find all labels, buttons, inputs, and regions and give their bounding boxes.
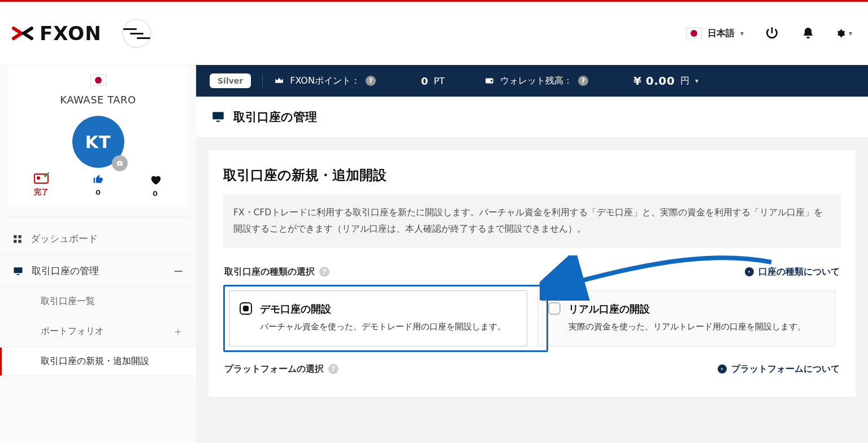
stat-likes-count: 0 bbox=[96, 188, 101, 197]
bell-icon[interactable] bbox=[800, 25, 816, 41]
points-value-block: 0 PT bbox=[421, 75, 445, 87]
option-demo-account[interactable]: デモ口座の開設 バーチャル資金を使った、デモトレード用の口座を開設します。 bbox=[229, 290, 527, 346]
svg-rect-3 bbox=[14, 240, 16, 242]
expand-icon: ＋ bbox=[172, 324, 184, 339]
sidebar-sub-label: ポートフォリオ bbox=[41, 325, 104, 337]
chevron-down-icon: ▾ bbox=[740, 29, 744, 37]
section-title: 取引口座の新規・追加開設 bbox=[223, 166, 841, 184]
about-platform-link[interactable]: プラットフォームについて bbox=[718, 363, 840, 375]
help-icon[interactable]: ? bbox=[319, 267, 329, 277]
svg-point-0 bbox=[119, 163, 121, 165]
sidebar-sub-account-list[interactable]: 取引口座一覧 bbox=[0, 288, 196, 316]
svg-rect-8 bbox=[491, 80, 492, 82]
camera-icon[interactable] bbox=[112, 155, 128, 171]
radio-selected-icon bbox=[240, 302, 252, 315]
svg-rect-2 bbox=[19, 235, 21, 238]
flag-jp-icon bbox=[686, 28, 702, 39]
stat-favs-count: 0 bbox=[153, 189, 158, 198]
sidebar-sub-label: 取引口座一覧 bbox=[41, 296, 95, 307]
sidebar-sub-label: 取引口座の新規・追加開設 bbox=[41, 355, 149, 367]
help-icon[interactable]: ? bbox=[366, 76, 376, 86]
svg-rect-6 bbox=[17, 274, 20, 275]
svg-rect-1 bbox=[14, 235, 16, 238]
monitor-icon bbox=[211, 110, 225, 124]
help-icon[interactable]: ? bbox=[328, 364, 338, 374]
option-desc: 実際の資金を使った、リアルトレード用の口座を開設します。 bbox=[568, 319, 806, 335]
wallet-label-block: ウォレット残高： ? bbox=[484, 75, 588, 87]
type-highlight-annotation: デモ口座の開設 バーチャル資金を使った、デモトレード用の口座を開設します。 リア… bbox=[223, 285, 841, 352]
thumbs-up-icon bbox=[93, 173, 104, 185]
page-title: 取引口座の管理 bbox=[233, 109, 317, 125]
points-unit: PT bbox=[433, 76, 444, 86]
option-desc: バーチャル資金を使った、デモトレード用の口座を開設します。 bbox=[260, 319, 506, 335]
option-real-account[interactable]: リアル口座の開設 実際の資金を使った、リアルトレード用の口座を開設します。 bbox=[537, 290, 836, 346]
logo[interactable]: FXON bbox=[11, 22, 102, 45]
link-label: プラットフォームについて bbox=[731, 363, 840, 375]
profile-card: KAWASE TARO KT ✔ 完了 bbox=[8, 66, 188, 206]
heart-icon bbox=[149, 173, 162, 186]
open-account-card: 取引口座の新規・追加開設 FX・CFDトレードに利用する取引口座を新たに開設しま… bbox=[209, 150, 856, 397]
avatar-initials: KT bbox=[85, 132, 111, 152]
wallet-unit: 円 bbox=[680, 75, 689, 87]
svg-rect-9 bbox=[212, 112, 224, 119]
arrow-right-icon bbox=[718, 364, 727, 373]
svg-rect-10 bbox=[216, 121, 220, 122]
language-selector[interactable]: 日本語 ▾ bbox=[686, 28, 744, 40]
sidebar-sub-open-account[interactable]: 取引口座の新規・追加開設 bbox=[0, 348, 196, 376]
stat-id-verification[interactable]: ✔ 完了 bbox=[14, 173, 68, 198]
tier-badge: Silver bbox=[210, 73, 251, 88]
top-bar: FXON 日本語 ▾ ▾ bbox=[0, 2, 868, 65]
sidebar-menu: ダッシュボード 取引口座の管理 − 取引口座一覧 ポートフォリオ ＋ bbox=[0, 223, 196, 376]
option-title: デモ口座の開設 bbox=[260, 302, 506, 316]
sidebar-item-label: ダッシュボード bbox=[31, 232, 98, 245]
layout: KAWASE TARO KT ✔ 完了 bbox=[0, 65, 868, 443]
power-icon[interactable] bbox=[764, 25, 780, 41]
user-name: KAWASE TARO bbox=[14, 94, 182, 106]
platform-section-label: プラットフォームの選択 bbox=[224, 363, 324, 375]
sidebar-item-label: 取引口座の管理 bbox=[32, 264, 99, 277]
flag-jp-icon bbox=[90, 75, 106, 86]
collapse-icon: − bbox=[173, 264, 184, 278]
id-check-icon: ✔ bbox=[34, 173, 49, 184]
wallet-icon bbox=[484, 76, 494, 86]
wallet-value: ¥ 0.00 bbox=[633, 74, 675, 88]
help-icon[interactable]: ? bbox=[578, 76, 588, 86]
option-title: リアル口座の開設 bbox=[568, 302, 806, 316]
chevron-down-icon: ▾ bbox=[849, 29, 852, 37]
notice-text: FX・CFDトレードに利用する取引口座を新たに開設します。バーチャル資金を利用す… bbox=[223, 194, 841, 248]
stat-favorites[interactable]: 0 bbox=[128, 173, 182, 198]
logo-text: FXON bbox=[40, 22, 102, 45]
monitor-icon bbox=[12, 266, 24, 277]
sidebar: KAWASE TARO KT ✔ 完了 bbox=[0, 65, 196, 443]
radio-unselected-icon bbox=[548, 302, 561, 315]
language-label: 日本語 bbox=[708, 28, 735, 40]
stat-likes[interactable]: 0 bbox=[71, 173, 125, 198]
arrow-right-icon bbox=[745, 267, 754, 276]
crown-icon bbox=[274, 76, 284, 86]
wallet-value-block[interactable]: ¥ 0.00 円 ▾ bbox=[633, 74, 698, 88]
hamburger-button[interactable] bbox=[122, 19, 151, 48]
wallet-label: ウォレット残高： bbox=[500, 75, 572, 87]
points-block: FXONポイント： ? bbox=[274, 75, 376, 87]
svg-rect-5 bbox=[14, 267, 23, 273]
link-label: 口座の種類について bbox=[758, 266, 840, 278]
divider bbox=[8, 217, 188, 218]
gear-icon[interactable]: ▾ bbox=[836, 25, 852, 41]
content-area: Silver FXONポイント： ? 0 PT bbox=[196, 65, 868, 443]
points-value: 0 bbox=[421, 75, 428, 87]
about-account-type-link[interactable]: 口座の種類について bbox=[745, 266, 840, 278]
logo-mark-icon bbox=[11, 26, 34, 41]
page-title-bar: 取引口座の管理 bbox=[196, 97, 868, 138]
chevron-down-icon: ▾ bbox=[695, 77, 698, 85]
stat-done-label: 完了 bbox=[34, 187, 49, 197]
status-bar: Silver FXONポイント： ? 0 PT bbox=[196, 65, 868, 97]
svg-rect-4 bbox=[19, 240, 21, 242]
sidebar-sub-portfolio[interactable]: ポートフォリオ ＋ bbox=[0, 316, 196, 348]
sidebar-item-accounts[interactable]: 取引口座の管理 − bbox=[0, 255, 196, 288]
sidebar-item-dashboard[interactable]: ダッシュボード bbox=[0, 223, 196, 255]
points-label: FXONポイント： bbox=[290, 75, 360, 87]
dashboard-icon bbox=[12, 234, 23, 244]
type-section-label: 取引口座の種類の選択 bbox=[224, 266, 315, 278]
